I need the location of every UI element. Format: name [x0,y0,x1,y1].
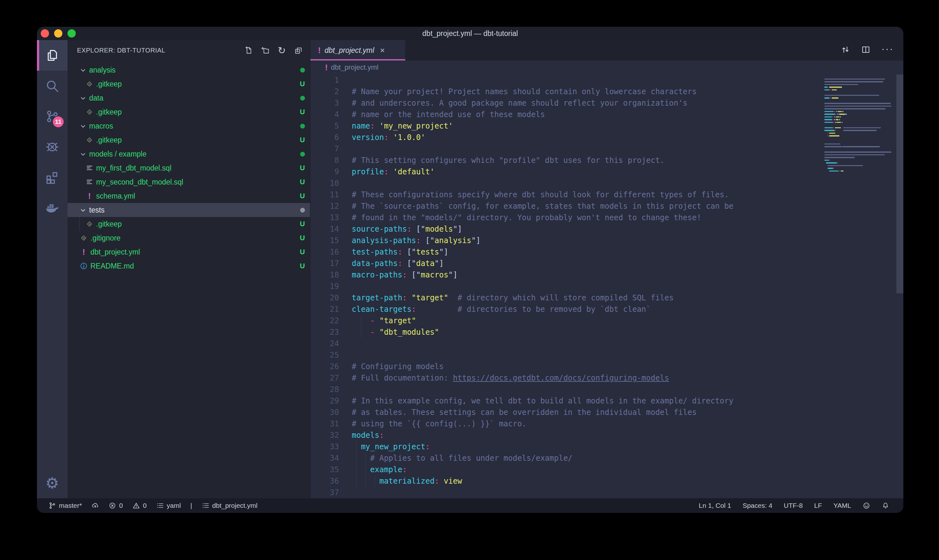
tree-file-my-first-dbt-model-sql[interactable]: my_first_dbt_model.sqlU [68,161,310,175]
zoom-window-button[interactable] [68,29,76,37]
code-line-11[interactable]: 11# These configurations specify where d… [310,189,904,200]
code-line-33[interactable]: 33 my_new_project: [310,441,904,452]
code-text: - "target" [352,315,416,326]
tab-dbt-project-yml[interactable]: ! dbt_project.yml × [310,40,405,60]
new-file-icon[interactable] [244,46,253,55]
refresh-icon[interactable]: ↻ [277,46,286,55]
minimap[interactable] [824,75,895,175]
code-line-35[interactable]: 35 example: [310,464,904,475]
code-line-15[interactable]: 15analysis-paths: ["analysis"] [310,235,904,246]
tree-file-readme-md[interactable]: README.mdU [68,259,310,273]
line-number: 33 [310,441,339,452]
open-changes-icon[interactable] [840,45,850,56]
code-line-36[interactable]: 36 materialized: view [310,475,904,487]
activity-bar-search-icon[interactable] [37,71,68,101]
code-line-19[interactable]: 19 [310,281,904,292]
editor-scrollbar[interactable] [896,74,904,498]
minimize-window-button[interactable] [54,29,62,37]
code-line-6[interactable]: 6version: '1.0.0' [310,132,904,143]
status-smiley[interactable] [863,502,870,509]
code-line-31[interactable]: 31# using the `{{ config(...) }}` macro. [310,418,904,429]
code-line-23[interactable]: 23 - "dbt_modules" [310,326,904,338]
tree-file--gitkeep[interactable]: .gitkeepU [68,217,310,231]
status-error[interactable]: 0 [109,502,123,509]
code-line-13[interactable]: 13# found in the "models/" directory. Yo… [310,212,904,223]
code-line-2[interactable]: 2# Name your project! Project names shou… [310,86,904,97]
status-warning[interactable]: 0 [132,502,147,509]
tree-file-my-second-dbt-model-sql[interactable]: my_second_dbt_model.sqlU [68,175,310,189]
status-bell[interactable] [882,502,889,509]
code-line-22[interactable]: 22 - "target" [310,315,904,326]
status-list[interactable]: yaml [156,502,181,509]
git-untracked-badge: U [300,80,305,88]
activity-bar-extensions-icon[interactable] [37,162,68,193]
tree-file-schema-yml[interactable]: !schema.ymlU [68,189,310,203]
scrollbar-thumb[interactable] [896,74,904,293]
code-line-24[interactable]: 24 [310,338,904,349]
code-line-14[interactable]: 14source-paths: ["models"] [310,223,904,235]
code-line-4[interactable]: 4# name or the intended use of these mod… [310,109,904,120]
folder-status-dot [300,96,305,100]
tree-file-dbt-project-yml[interactable]: !dbt_project.ymlU [68,245,310,259]
activity-bar-explorer-icon[interactable] [37,40,68,71]
collapse-all-icon[interactable] [294,46,303,55]
tree-folder-tests[interactable]: tests [68,203,310,217]
code-line-28[interactable]: 28 [310,384,904,395]
code-line-9[interactable]: 9profile: 'default' [310,166,904,177]
activity-bar-docker-icon[interactable] [37,193,68,223]
activity-bar-debug-icon[interactable] [37,132,68,162]
code-line-29[interactable]: 29# In this example config, we tell dbt … [310,395,904,407]
close-window-button[interactable] [41,29,49,37]
status-cloud-upload[interactable] [91,502,99,509]
code-line-3[interactable]: 3# and underscores. A good package name … [310,97,904,109]
code-line-5[interactable]: 5name: 'my_new_project' [310,120,904,132]
tree-folder-models-example[interactable]: models / example [68,147,310,161]
new-folder-icon[interactable] [260,46,270,55]
tree-file--gitkeep[interactable]: .gitkeepU [68,133,310,147]
breadcrumb[interactable]: ! dbt_project.yml [310,60,904,74]
code-line-30[interactable]: 30# as tables. These settings can be ove… [310,407,904,418]
code-text: # found in the "models/" directory. You … [352,212,701,223]
status-list[interactable]: dbt_project.yml [202,502,257,509]
tree-file--gitkeep[interactable]: .gitkeepU [68,105,310,119]
minimap-line [824,127,895,129]
code-line-17[interactable]: 17data-paths: ["data"] [310,258,904,269]
status-lf[interactable]: LF [814,502,822,509]
status-spaces-4[interactable]: Spaces: 4 [743,502,772,509]
code-line-20[interactable]: 20target-path: "target" # directory whic… [310,292,904,303]
code-line-7[interactable]: 7 [310,143,904,155]
tree-folder-analysis[interactable]: analysis [68,63,310,77]
activity-bar-settings-icon[interactable]: ⚙ [37,468,68,498]
more-actions-icon[interactable]: ··· [881,48,894,53]
activity-bar-source-control-icon[interactable]: 11 [37,101,68,132]
code-line-8[interactable]: 8# This setting configures which "profil… [310,155,904,166]
tree-file--gitkeep[interactable]: .gitkeepU [68,77,310,91]
tree-file--gitignore[interactable]: .gitignoreU [68,231,310,245]
split-editor-icon[interactable] [861,45,871,56]
code-line-21[interactable]: 21clean-targets: # directories to be rem… [310,303,904,315]
code-line-1[interactable]: 1 [310,74,904,86]
status-utf-8[interactable]: UTF-8 [784,502,803,509]
code-line-25[interactable]: 25 [310,349,904,361]
code-line-37[interactable]: 37 [310,487,904,498]
status-label: master* [59,502,82,509]
sql-file-icon [85,164,94,172]
code-line-18[interactable]: 18macro-paths: ["macros"] [310,269,904,281]
status-branch[interactable]: master* [48,502,82,509]
code-line-12[interactable]: 12# The `source-paths` config, for examp… [310,200,904,212]
code-line-16[interactable]: 16test-paths: ["tests"] [310,246,904,258]
code-editor[interactable]: 12# Name your project! Project names sho… [310,74,904,498]
status-ln-1-col-1[interactable]: Ln 1, Col 1 [699,502,731,509]
code-line-34[interactable]: 34 # Applies to all files under models/e… [310,452,904,464]
code-line-32[interactable]: 32models: [310,429,904,441]
code-line-26[interactable]: 26# Configuring models [310,361,904,372]
tree-folder-macros[interactable]: macros [68,119,310,133]
tree-folder-data[interactable]: data [68,91,310,105]
code-line-10[interactable]: 10 [310,177,904,189]
tab-close-icon[interactable]: × [380,46,385,55]
tab-label: dbt_project.yml [325,46,374,55]
code-line-27[interactable]: 27# Full documentation: https://docs.get… [310,372,904,384]
status-yaml[interactable]: YAML [833,502,851,509]
code-text: - "dbt_modules" [352,326,439,338]
git-file-icon [85,108,94,116]
